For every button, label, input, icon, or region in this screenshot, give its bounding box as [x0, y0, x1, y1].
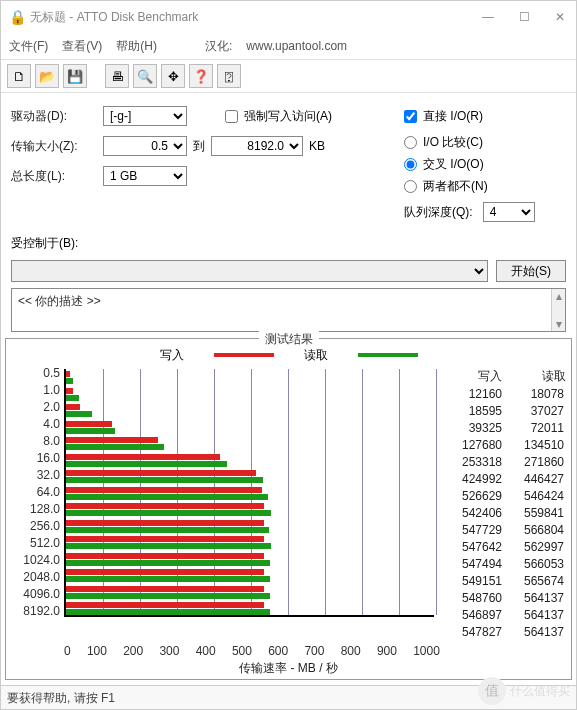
print-button[interactable]: 🖶	[105, 64, 129, 88]
legend-write-label: 写入	[160, 347, 184, 364]
direct-io-checkbox[interactable]	[404, 110, 417, 123]
watermark: 值 什么值得买	[478, 677, 570, 705]
menu-view[interactable]: 查看(V)	[62, 38, 102, 55]
controlled-by-select[interactable]	[11, 260, 488, 282]
help-context-button[interactable]: ❓	[189, 64, 213, 88]
direct-io-label: 直接 I/O(R)	[423, 108, 483, 125]
total-length-label: 总长度(L):	[11, 168, 97, 185]
y-axis-labels: 0.51.02.04.08.016.032.064.0128.0256.0512…	[10, 365, 64, 642]
queue-depth-label: 队列深度(Q):	[404, 204, 473, 221]
whats-this-button[interactable]: ⍰	[217, 64, 241, 88]
force-write-label: 强制写入访问(A)	[244, 108, 332, 125]
io-neither-label: 两者都不(N)	[423, 178, 488, 195]
force-write-checkbox[interactable]	[225, 110, 238, 123]
queue-depth-select[interactable]: 4	[483, 202, 535, 222]
results-title: 测试结果	[259, 331, 319, 348]
chart-plot	[64, 369, 434, 617]
save-button[interactable]: 💾	[63, 64, 87, 88]
scrollbar[interactable]: ▴▾	[551, 289, 565, 331]
window-title: 无标题 - ATTO Disk Benchmark	[30, 9, 480, 26]
start-button[interactable]: 开始(S)	[496, 260, 566, 282]
col-write: 写入	[448, 368, 502, 385]
col-read: 读取	[512, 368, 566, 385]
io-overlap-label: 交叉 I/O(O)	[423, 156, 484, 173]
legend-read-label: 读取	[304, 347, 328, 364]
preview-button[interactable]: 🔍	[133, 64, 157, 88]
length-select[interactable]: 1 GB	[103, 166, 187, 186]
x-axis-label: 传输速率 - MB / 秒	[10, 660, 567, 677]
size-to-select[interactable]: 8192.0	[211, 136, 303, 156]
open-button[interactable]: 📂	[35, 64, 59, 88]
controlled-by-label: 受控制于(B):	[11, 235, 78, 252]
menu-help[interactable]: 帮助(H)	[116, 38, 157, 55]
io-compare-label: I/O 比较(C)	[423, 134, 483, 151]
translation-label: 汉化:	[205, 38, 232, 55]
new-button[interactable]: 🗋	[7, 64, 31, 88]
io-overlap-radio[interactable]	[404, 158, 417, 171]
translation-link[interactable]: www.upantool.com	[246, 39, 347, 53]
legend-read-mark	[358, 353, 418, 357]
description-box[interactable]: << 你的描述 >> ▴▾	[11, 288, 566, 332]
io-compare-radio[interactable]	[404, 136, 417, 149]
app-icon: 🔒	[9, 9, 26, 25]
menu-file[interactable]: 文件(F)	[9, 38, 48, 55]
drive-label: 驱动器(D):	[11, 108, 97, 125]
watermark-icon: 值	[478, 677, 506, 705]
size-from-select[interactable]: 0.5	[103, 136, 187, 156]
maximize-button[interactable]: ☐	[516, 10, 532, 24]
legend-write-mark	[214, 353, 274, 357]
results-fieldset: 测试结果 写入 读取 0.51.02.04.08.016.032.064.012…	[5, 338, 572, 680]
transfer-size-label: 传输大小(Z):	[11, 138, 97, 155]
value-table: 1216018078185953702739325720111276801345…	[448, 387, 566, 642]
minimize-button[interactable]: —	[480, 10, 496, 24]
size-unit: KB	[309, 139, 325, 153]
close-button[interactable]: ✕	[552, 10, 568, 24]
x-axis-ticks: 01002003004005006007008009001000	[10, 644, 440, 658]
drive-select[interactable]: [-g-]	[103, 106, 187, 126]
size-to-label: 到	[193, 138, 205, 155]
move-button[interactable]: ✥	[161, 64, 185, 88]
io-neither-radio[interactable]	[404, 180, 417, 193]
